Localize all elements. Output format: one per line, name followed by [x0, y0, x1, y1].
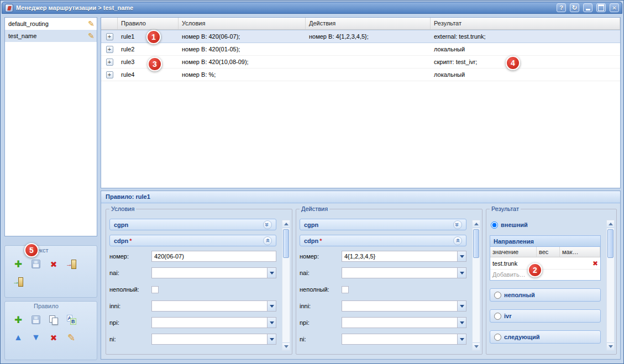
- row-expand-button[interactable]: [106, 71, 113, 78]
- actions-ni-input[interactable]: [342, 334, 457, 345]
- radio-input[interactable]: [494, 334, 501, 341]
- radio-input[interactable]: [494, 292, 501, 299]
- table-row-rule1[interactable]: rule1 номер B: 420(06-07); номер B: 4{1,…: [101, 30, 620, 43]
- move-down-button[interactable]: [27, 329, 45, 346]
- maximize-button[interactable]: [596, 3, 606, 12]
- refresh-button[interactable]: [570, 3, 579, 12]
- row-expand-button[interactable]: [106, 46, 113, 53]
- column-header-conditions[interactable]: Условия: [179, 18, 306, 29]
- conditions-nai-input[interactable]: [151, 267, 267, 278]
- scrollbar-thumb[interactable]: [473, 229, 479, 258]
- conditions-incomplete-checkbox[interactable]: [151, 286, 159, 293]
- dropdown-trigger[interactable]: [457, 267, 466, 278]
- add-text-button[interactable]: [9, 256, 27, 272]
- radio-label: следующий: [504, 334, 540, 340]
- table-row-rule2[interactable]: rule2 номер B: 420(01-05); локальный: [101, 43, 620, 56]
- actions-number-input[interactable]: [342, 251, 457, 262]
- minimize-button[interactable]: [583, 3, 592, 12]
- scrollbar-up-button[interactable]: [282, 220, 290, 228]
- cell-result: локальный: [431, 46, 620, 52]
- import-text-button[interactable]: [9, 273, 27, 290]
- add-rule-button[interactable]: [9, 312, 27, 328]
- save-rule-button[interactable]: [27, 312, 45, 328]
- help-button[interactable]: [557, 3, 566, 12]
- conditions-inni-input[interactable]: [151, 300, 267, 312]
- column-header-max[interactable]: мак…: [560, 247, 600, 257]
- move-up-button[interactable]: [9, 329, 27, 346]
- table-row-rule3[interactable]: rule3 номер B: 420(10,08-09); скрипт: te…: [101, 56, 620, 68]
- row-expand-button[interactable]: [106, 59, 113, 66]
- conditions-scrollbar[interactable]: [282, 220, 290, 351]
- rename-rule-button[interactable]: [62, 312, 80, 328]
- conditions-ni-input[interactable]: [151, 334, 267, 345]
- dropdown-trigger[interactable]: [267, 267, 276, 278]
- collapse-panel-button[interactable]: [263, 236, 272, 245]
- dropdown-trigger[interactable]: [267, 317, 276, 328]
- cgpn-label: cgpn: [114, 221, 128, 228]
- row-expand-button[interactable]: [106, 33, 113, 40]
- column-header-result[interactable]: Результат: [431, 18, 620, 29]
- radio-input[interactable]: [491, 221, 498, 229]
- actions-scrollbar[interactable]: [472, 220, 480, 351]
- conditions-cdpn-header[interactable]: cdpn *: [109, 235, 276, 246]
- dropdown-trigger[interactable]: [457, 334, 466, 345]
- delete-direction-button[interactable]: [590, 260, 600, 267]
- collapse-panel-button[interactable]: [453, 236, 462, 245]
- add-direction-row[interactable]: Добавить…: [490, 270, 600, 280]
- conditions-npi-input[interactable]: [151, 317, 267, 328]
- edit-pencil-icon[interactable]: [88, 32, 95, 40]
- column-header-value[interactable]: значение: [490, 247, 537, 257]
- expand-panel-button[interactable]: [263, 220, 272, 229]
- column-header-weight[interactable]: вес: [537, 247, 560, 257]
- table-row-rule4[interactable]: rule4 номер B: %; локальный: [101, 68, 620, 81]
- edit-pencil-icon[interactable]: [88, 20, 95, 28]
- callout-3: 3: [148, 57, 162, 71]
- conditions-number-input[interactable]: [151, 251, 276, 262]
- result-scrollbar[interactable]: [606, 220, 615, 351]
- actions-inni-input[interactable]: [342, 300, 457, 312]
- cgpn-label: cgpn: [304, 221, 318, 228]
- dropdown-trigger[interactable]: [267, 334, 276, 345]
- direction-row-test-trunk[interactable]: test.trunk: [490, 257, 600, 270]
- actions-incomplete-checkbox[interactable]: [342, 286, 349, 293]
- expand-panel-button[interactable]: [453, 220, 462, 229]
- edit-rule-button[interactable]: [62, 329, 80, 346]
- scrollbar-thumb[interactable]: [607, 229, 613, 258]
- column-header-rule[interactable]: Правило: [118, 18, 179, 29]
- export-text-button[interactable]: [62, 256, 80, 272]
- radio-label: ivr: [504, 313, 511, 319]
- result-radio-next[interactable]: следующий: [490, 330, 601, 344]
- actions-nai-input[interactable]: [342, 267, 457, 278]
- radio-input[interactable]: [494, 313, 501, 320]
- routing-item-test-name[interactable]: test_name: [5, 30, 97, 42]
- dropdown-trigger[interactable]: [457, 317, 466, 328]
- close-button[interactable]: [610, 3, 619, 12]
- save-icon: [32, 260, 40, 268]
- delete-rule-button[interactable]: [45, 329, 62, 346]
- dropdown-trigger[interactable]: [457, 251, 466, 262]
- result-radio-incomplete[interactable]: неполный: [490, 288, 601, 302]
- actions-cgpn-header[interactable]: cgpn: [300, 219, 466, 230]
- dropdown-trigger[interactable]: [457, 300, 466, 312]
- cell-result: локальный: [431, 71, 620, 78]
- scrollbar-thumb[interactable]: [283, 229, 289, 258]
- dropdown-trigger[interactable]: [267, 300, 276, 312]
- routing-item-default-routing[interactable]: default_routing: [5, 18, 97, 30]
- save-icon: [32, 315, 40, 324]
- scrollbar-down-button[interactable]: [473, 342, 480, 350]
- scrollbar-up-button[interactable]: [473, 220, 480, 228]
- pencil-icon: [67, 333, 75, 342]
- copy-rule-button[interactable]: [45, 312, 62, 328]
- actions-cdpn-header[interactable]: cdpn *: [300, 235, 466, 246]
- scrollbar-down-button[interactable]: [282, 342, 290, 350]
- result-radio-external[interactable]: внешний: [491, 220, 613, 230]
- result-radio-ivr[interactable]: ivr: [490, 309, 601, 323]
- actions-npi-input[interactable]: [342, 317, 457, 328]
- conditions-cgpn-header[interactable]: cgpn: [109, 219, 276, 230]
- plus-icon: [14, 260, 22, 269]
- delete-text-button[interactable]: [45, 256, 62, 272]
- scrollbar-down-button[interactable]: [607, 342, 614, 350]
- save-text-button[interactable]: [27, 256, 45, 272]
- column-header-actions[interactable]: Действия: [306, 18, 431, 29]
- scrollbar-up-button[interactable]: [607, 220, 614, 228]
